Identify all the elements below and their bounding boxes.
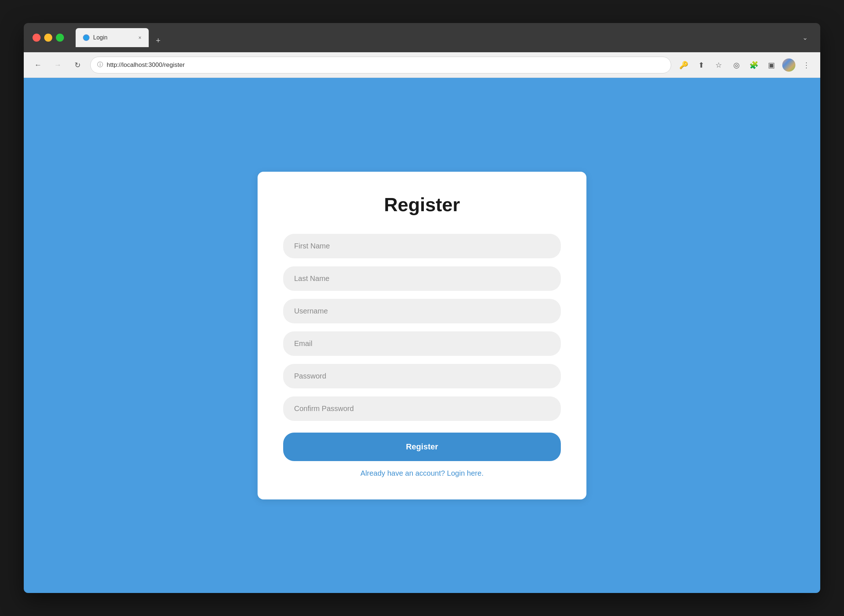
email-input[interactable]: [283, 331, 561, 356]
new-tab-button[interactable]: +: [152, 34, 165, 47]
browser-content: Register Register Already have an accoun…: [24, 78, 820, 593]
username-group: [283, 299, 561, 323]
first-name-input[interactable]: [283, 234, 561, 258]
login-link[interactable]: Already have an account? Login here.: [283, 469, 561, 478]
browser-tabs: 🌐 Login × +: [76, 28, 798, 47]
email-group: [283, 331, 561, 356]
active-tab[interactable]: 🌐 Login ×: [76, 28, 149, 47]
split-view-icon[interactable]: ▣: [765, 59, 778, 72]
forward-button[interactable]: →: [51, 58, 64, 72]
target-icon[interactable]: ◎: [730, 59, 743, 72]
bookmark-icon[interactable]: ☆: [712, 59, 725, 72]
refresh-button[interactable]: ↻: [70, 58, 84, 72]
back-button[interactable]: ←: [31, 58, 45, 72]
browser-titlebar: 🌐 Login × + ⌄: [24, 23, 820, 52]
toolbar-icons: 🔑 ⬆ ☆ ◎ 🧩 ▣ ⋮: [677, 59, 813, 72]
browser-window: 🌐 Login × + ⌄ ← → ↻ ⓘ http://localhost:3…: [24, 23, 820, 593]
maximize-button[interactable]: [56, 34, 64, 42]
security-icon: ⓘ: [97, 61, 103, 69]
password-input[interactable]: [283, 364, 561, 389]
extensions-icon[interactable]: 🧩: [747, 59, 760, 72]
page-title: Register: [283, 194, 561, 216]
tab-close-icon[interactable]: ×: [138, 35, 141, 41]
address-bar[interactable]: ⓘ http://localhost:3000/register: [90, 57, 671, 73]
browser-toolbar: ← → ↻ ⓘ http://localhost:3000/register 🔑…: [24, 52, 820, 78]
confirm-password-group: [283, 396, 561, 421]
close-button[interactable]: [32, 34, 41, 42]
register-button[interactable]: Register: [283, 433, 561, 461]
menu-icon[interactable]: ⋮: [800, 59, 813, 72]
confirm-password-input[interactable]: [283, 396, 561, 421]
register-card: Register Register Already have an accoun…: [258, 172, 586, 499]
username-input[interactable]: [283, 299, 561, 323]
tab-favicon: 🌐: [83, 34, 89, 41]
tab-title: Login: [93, 34, 135, 41]
last-name-group: [283, 266, 561, 291]
share-icon[interactable]: ⬆: [695, 59, 708, 72]
tab-list-icon[interactable]: ⌄: [802, 34, 808, 42]
profile-avatar[interactable]: [782, 59, 796, 72]
traffic-lights: [32, 34, 64, 42]
address-text: http://localhost:3000/register: [107, 62, 664, 69]
minimize-button[interactable]: [44, 34, 52, 42]
first-name-group: [283, 234, 561, 258]
last-name-input[interactable]: [283, 266, 561, 291]
password-group: [283, 364, 561, 389]
key-icon[interactable]: 🔑: [677, 59, 690, 72]
